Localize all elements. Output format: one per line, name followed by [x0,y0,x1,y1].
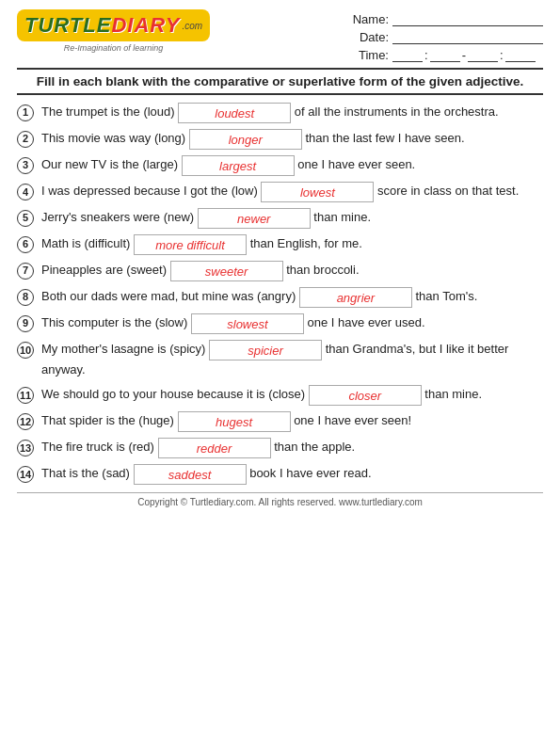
time-seg-2[interactable] [430,47,460,62]
answer-box-6[interactable]: more difficult [134,234,247,255]
logo-area: TURTLE DIARY .com Re-Imagination of lear… [17,9,210,53]
instructions: Fill in each blank with the comparative … [17,68,543,95]
question-row-9: 9This computer is the (slow) slowest one… [17,313,543,334]
answer-box-10[interactable]: spicier [209,340,322,360]
time-seg-1[interactable] [392,47,423,62]
question-before-3: Our new TV is the (large) [41,157,182,171]
answer-box-12[interactable]: hugest [178,411,291,432]
question-circle-12: 12 [17,413,34,430]
name-field-row: Name: [349,11,543,26]
answer-box-5[interactable]: newer [198,208,311,229]
answer-box-9[interactable]: slowest [191,313,304,334]
question-before-6: Math is (difficult) [41,236,134,250]
question-row-7: 7Pineapples are (sweet) sweeter than bro… [17,261,543,281]
question-num-6: 6 [17,236,38,253]
question-row-1: 1The trumpet is the (loud) loudest of al… [17,103,543,123]
question-circle-14: 14 [17,466,34,483]
question-row-11: 11We should go to your house because it … [17,385,543,406]
question-text-13: The fire truck is (red) redder than the … [41,438,543,458]
time-colon-1: : [424,48,428,62]
question-text-14: That is the (sad) saddest book I have ev… [41,464,543,485]
question-row-8: 8Both our dads were mad, but mine was (a… [17,287,543,308]
question-num-11: 11 [17,387,38,404]
answer-box-11[interactable]: closer [309,385,422,406]
logo-tagline: Re-Imagination of learning [64,43,164,53]
fields-area: Name: Date: Time: : - : [349,11,543,62]
question-row-2: 2This movie was way (long) longer than t… [17,129,543,150]
question-circle-2: 2 [17,131,34,148]
question-row-3: 3Our new TV is the (large) largest one I… [17,155,543,176]
question-text-5: Jerry's sneakers were (new) newer than m… [41,208,543,229]
question-num-8: 8 [17,289,38,306]
question-before-12: That spider is the (huge) [41,414,178,428]
time-seg-4[interactable] [505,47,536,62]
question-text-11: We should go to your house because it is… [41,385,543,406]
question-before-11: We should go to your house because it is… [41,388,309,402]
question-text-8: Both our dads were mad, but mine was (an… [41,287,543,308]
question-row-10: 10My mother's lasagne is (spicy) spicier… [17,340,543,379]
question-circle-10: 10 [17,342,34,359]
question-text-2: This movie was way (long) longer than th… [41,129,543,150]
question-after-13: than the apple. [271,441,356,455]
date-line[interactable] [392,29,543,44]
answer-box-2[interactable]: longer [189,129,302,150]
answer-box-4[interactable]: lowest [261,182,374,202]
question-text-6: Math is (difficult) more difficult than … [41,234,543,255]
answer-box-7[interactable]: sweeter [170,261,283,281]
header: TURTLE DIARY .com Re-Imagination of lear… [17,9,543,62]
question-text-7: Pineapples are (sweet) sweeter than broc… [41,261,543,281]
question-after-5: than mine. [311,210,371,224]
logo-box: TURTLE DIARY .com [17,9,210,41]
question-after-8: than Tom's. [412,289,477,303]
question-circle-6: 6 [17,236,34,253]
question-circle-5: 5 [17,210,34,227]
time-seg-3[interactable] [468,47,498,62]
question-text-12: That spider is the (huge) hugest one I h… [41,411,543,432]
question-num-5: 5 [17,210,38,227]
question-before-14: That is the (sad) [41,467,134,481]
question-after-3: one I have ever seen. [295,157,416,171]
question-text-9: This computer is the (slow) slowest one … [41,313,543,334]
question-circle-9: 9 [17,315,34,332]
question-after-1: of all the instruments in the orchestra. [291,104,498,119]
question-text-10: My mother's lasagne is (spicy) spicier t… [41,340,543,379]
question-before-7: Pineapples are (sweet) [41,263,170,277]
question-before-2: This movie was way (long) [41,131,189,145]
question-after-6: than English, for me. [247,236,362,250]
time-label: Time: [349,48,389,62]
question-circle-3: 3 [17,157,34,174]
question-row-13: 13The fire truck is (red) redder than th… [17,438,543,458]
name-label: Name: [349,12,389,26]
logo-turtle-text: TURTLE [24,13,111,38]
logo-diary-text: DIARY [111,13,180,38]
footer: Copyright © Turtlediary.com. All rights … [17,492,543,507]
question-num-4: 4 [17,184,38,200]
question-row-5: 5Jerry's sneakers were (new) newer than … [17,208,543,229]
question-text-3: Our new TV is the (large) largest one I … [41,155,543,176]
answer-box-8[interactable]: angrier [299,287,412,308]
question-num-13: 13 [17,440,38,457]
question-circle-7: 7 [17,263,34,280]
page: TURTLE DIARY .com Re-Imagination of lear… [0,0,560,517]
answer-box-14[interactable]: saddest [134,464,247,485]
question-before-5: Jerry's sneakers were (new) [41,210,198,224]
question-num-2: 2 [17,131,38,148]
time-dash: - [462,48,466,62]
question-row-4: 4I was depressed because I got the (low)… [17,182,543,202]
time-row: : - : [392,47,536,62]
answer-box-3[interactable]: largest [182,155,295,176]
answer-box-1[interactable]: loudest [178,103,291,123]
question-before-9: This computer is the (slow) [41,315,191,329]
logo-com-text: .com [182,21,202,31]
time-colon-2: : [500,48,504,62]
date-field-row: Date: [349,29,543,44]
question-num-9: 9 [17,315,38,332]
answer-box-13[interactable]: redder [158,438,271,458]
name-line[interactable] [392,11,543,26]
question-num-3: 3 [17,157,38,174]
question-after-4: score in class on that test. [374,184,519,198]
question-before-4: I was depressed because I got the (low) [41,184,261,198]
questions-container: 1The trumpet is the (loud) loudest of al… [17,103,543,485]
question-num-10: 10 [17,342,38,359]
question-after-2: than the last few I have seen. [302,131,465,145]
